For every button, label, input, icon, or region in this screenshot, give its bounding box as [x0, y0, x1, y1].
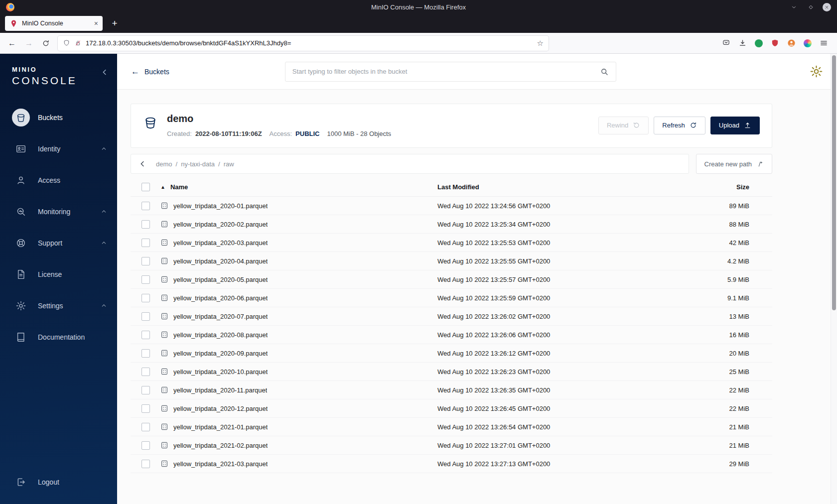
- object-last-modified: Wed Aug 10 2022 13:26:12 GMT+0200: [437, 350, 719, 357]
- object-name: yellow_tripdata_2020-11.parquet: [173, 386, 267, 394]
- row-checkbox[interactable]: [141, 386, 150, 394]
- search-input[interactable]: [292, 68, 600, 75]
- url-text[interactable]: 172.18.0.3:30503/buckets/demo/browse/bnk…: [86, 39, 533, 47]
- pocket-save-icon[interactable]: [722, 39, 730, 47]
- object-name: yellow_tripdata_2020-07.parquet: [173, 313, 268, 320]
- downloads-icon[interactable]: [738, 39, 747, 47]
- tracking-protection-shield-icon[interactable]: [63, 39, 70, 47]
- extension-pinwheel-icon[interactable]: [804, 39, 812, 47]
- sidebar-item-license[interactable]: License: [0, 258, 117, 290]
- insecure-lock-icon[interactable]: [74, 39, 82, 47]
- row-checkbox[interactable]: [141, 312, 150, 321]
- object-size: 5.9 MiB: [719, 276, 772, 283]
- row-checkbox[interactable]: [141, 331, 150, 339]
- object-row[interactable]: yellow_tripdata_2020-03.parquet Wed Aug …: [131, 234, 772, 252]
- sidebar-item-logout[interactable]: Logout: [0, 471, 117, 493]
- object-last-modified: Wed Aug 10 2022 13:24:56 GMT+0200: [437, 202, 719, 210]
- column-header-name[interactable]: ▲ Name: [160, 183, 437, 191]
- sidebar-item-settings[interactable]: Settings: [0, 290, 117, 321]
- sidebar-label: License: [38, 270, 62, 278]
- reload-button[interactable]: [39, 36, 53, 50]
- object-row[interactable]: yellow_tripdata_2020-12.parquet Wed Aug …: [131, 399, 772, 418]
- row-checkbox[interactable]: [141, 404, 150, 413]
- account-avatar-icon[interactable]: [787, 39, 796, 47]
- back-to-buckets-link[interactable]: ← Buckets: [131, 67, 169, 77]
- sidebar-item-monitoring[interactable]: Monitoring: [0, 196, 117, 227]
- window-minimize-button[interactable]: [789, 2, 799, 12]
- ublock-shield-icon[interactable]: [771, 39, 779, 47]
- row-checkbox[interactable]: [141, 368, 150, 376]
- object-name: yellow_tripdata_2020-04.parquet: [173, 257, 268, 265]
- extension-green-icon[interactable]: [755, 39, 763, 47]
- path-back-chevron-icon[interactable]: [138, 159, 147, 168]
- object-size: 29 MiB: [719, 460, 772, 468]
- create-new-path-button[interactable]: Create new path: [696, 154, 772, 174]
- row-checkbox[interactable]: [141, 441, 150, 450]
- parquet-file-icon: [160, 368, 168, 376]
- row-checkbox[interactable]: [141, 349, 150, 358]
- select-all-checkbox[interactable]: [141, 183, 150, 191]
- object-size: 25 MiB: [719, 368, 772, 376]
- object-row[interactable]: yellow_tripdata_2020-10.parquet Wed Aug …: [131, 363, 772, 381]
- new-tab-button[interactable]: +: [108, 18, 122, 29]
- sidebar-item-documentation[interactable]: Documentation: [0, 321, 117, 353]
- object-row[interactable]: yellow_tripdata_2020-01.parquet Wed Aug …: [131, 197, 772, 215]
- bookmark-star-icon[interactable]: ☆: [537, 39, 544, 48]
- breadcrumb-bucket[interactable]: demo: [156, 160, 172, 168]
- sidebar-item-identity[interactable]: Identity: [0, 133, 117, 164]
- sidebar-label: Settings: [38, 302, 63, 310]
- breadcrumb-current[interactable]: raw: [224, 160, 234, 168]
- object-row[interactable]: yellow_tripdata_2020-11.parquet Wed Aug …: [131, 381, 772, 399]
- refresh-button[interactable]: Refresh: [654, 117, 705, 134]
- window-maximize-button[interactable]: [806, 2, 816, 12]
- scrollbar-track[interactable]: [831, 54, 837, 504]
- breadcrumb-folder[interactable]: ny-taxi-data: [181, 160, 215, 168]
- object-last-modified: Wed Aug 10 2022 13:27:01 GMT+0200: [437, 442, 719, 449]
- minio-console-logo: MINIO CONSOLE: [0, 54, 117, 87]
- row-checkbox[interactable]: [141, 460, 150, 468]
- sidebar-collapse-chevron-icon[interactable]: [100, 68, 109, 79]
- object-name: yellow_tripdata_2021-03.parquet: [173, 460, 268, 468]
- row-checkbox[interactable]: [141, 202, 150, 210]
- object-name: yellow_tripdata_2020-01.parquet: [173, 202, 268, 210]
- row-checkbox[interactable]: [141, 294, 150, 302]
- window-close-button[interactable]: [823, 3, 831, 11]
- browser-tab-minio-console[interactable]: MinIO Console ×: [5, 16, 103, 31]
- url-bar[interactable]: 172.18.0.3:30503/buckets/demo/browse/bnk…: [58, 36, 549, 51]
- forward-button[interactable]: →: [22, 36, 36, 50]
- object-row[interactable]: yellow_tripdata_2020-04.parquet Wed Aug …: [131, 252, 772, 270]
- row-checkbox[interactable]: [141, 257, 150, 265]
- row-checkbox[interactable]: [141, 220, 150, 229]
- object-name: yellow_tripdata_2020-02.parquet: [173, 221, 268, 228]
- object-row[interactable]: yellow_tripdata_2021-01.parquet Wed Aug …: [131, 418, 772, 436]
- object-row[interactable]: yellow_tripdata_2020-02.parquet Wed Aug …: [131, 215, 772, 234]
- object-row[interactable]: yellow_tripdata_2020-09.parquet Wed Aug …: [131, 344, 772, 363]
- object-row[interactable]: yellow_tripdata_2020-06.parquet Wed Aug …: [131, 289, 772, 307]
- browser-settings-gear-icon[interactable]: [810, 65, 823, 78]
- object-row[interactable]: yellow_tripdata_2020-07.parquet Wed Aug …: [131, 307, 772, 326]
- object-row[interactable]: yellow_tripdata_2021-03.parquet Wed Aug …: [131, 455, 772, 473]
- tab-close-icon[interactable]: ×: [94, 20, 98, 27]
- row-checkbox[interactable]: [141, 275, 150, 284]
- row-checkbox[interactable]: [141, 239, 150, 247]
- access-value: PUBLIC: [295, 130, 319, 137]
- menu-hamburger-icon[interactable]: [820, 39, 828, 47]
- row-checkbox[interactable]: [141, 423, 150, 431]
- rewind-button[interactable]: Rewind: [598, 117, 649, 134]
- object-name: yellow_tripdata_2021-02.parquet: [173, 442, 268, 449]
- scrollbar-thumb[interactable]: [832, 55, 836, 310]
- sidebar-label: Buckets: [38, 114, 63, 122]
- parquet-file-icon: [160, 441, 168, 449]
- sidebar-item-support[interactable]: Support: [0, 227, 117, 258]
- object-name: yellow_tripdata_2020-12.parquet: [173, 405, 268, 412]
- sidebar-item-buckets[interactable]: Buckets: [0, 102, 117, 133]
- upload-button[interactable]: Upload: [710, 117, 760, 134]
- object-row[interactable]: yellow_tripdata_2020-05.parquet Wed Aug …: [131, 270, 772, 289]
- object-row[interactable]: yellow_tripdata_2020-08.parquet Wed Aug …: [131, 326, 772, 344]
- object-size: 20 MiB: [719, 350, 772, 357]
- object-filter-search[interactable]: [285, 62, 616, 82]
- object-row[interactable]: yellow_tripdata_2021-02.parquet Wed Aug …: [131, 436, 772, 455]
- object-last-modified: Wed Aug 10 2022 13:26:06 GMT+0200: [437, 331, 719, 339]
- sidebar-item-access[interactable]: Access: [0, 164, 117, 196]
- back-button[interactable]: ←: [5, 36, 19, 50]
